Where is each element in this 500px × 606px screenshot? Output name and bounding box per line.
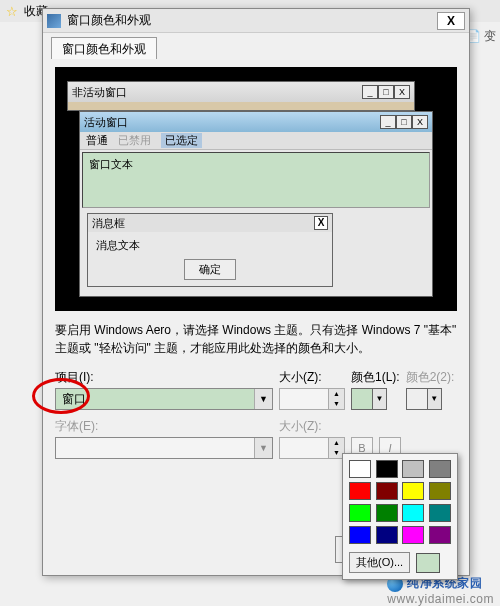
msgbox-ok-button: 确定	[184, 259, 236, 280]
menu-normal: 普通	[86, 133, 108, 148]
color-swatch[interactable]	[376, 504, 398, 522]
favorite-star-icon: ☆	[6, 4, 18, 19]
color-swatch[interactable]	[402, 482, 424, 500]
msgbox-text: 消息文本	[88, 232, 332, 255]
titlebar[interactable]: 窗口颜色和外观 X	[43, 9, 469, 33]
item-combo-value: 窗口	[62, 391, 86, 408]
color-swatch[interactable]	[429, 504, 451, 522]
close-icon: X	[394, 85, 410, 99]
close-icon: X	[314, 216, 328, 230]
color-swatch[interactable]	[376, 482, 398, 500]
color-swatch[interactable]	[429, 526, 451, 544]
window-icon	[47, 14, 61, 28]
preview-menubar[interactable]: 普通 已禁用 已选定	[80, 132, 432, 150]
color1-label: 颜色1(L):	[351, 369, 400, 386]
preview-inactive-window[interactable]: 非活动窗口 _ □ X	[67, 81, 415, 111]
color-swatch[interactable]	[429, 460, 451, 478]
preview-messagebox[interactable]: 消息框 X 消息文本 确定	[87, 213, 333, 287]
min-icon: _	[380, 115, 396, 129]
max-icon: □	[378, 85, 394, 99]
color-swatch[interactable]	[402, 526, 424, 544]
close-icon: X	[412, 115, 428, 129]
side-doc-icon: 📄 变	[466, 28, 496, 45]
color-swatch[interactable]	[376, 526, 398, 544]
color-palette-popup: 其他(O)...	[342, 453, 458, 580]
item-combo[interactable]: 窗口 ▼	[55, 388, 273, 410]
color-swatch[interactable]	[349, 504, 371, 522]
color2-label: 颜色2(2):	[406, 369, 455, 386]
font-label: 字体(E):	[55, 418, 273, 435]
close-button[interactable]: X	[437, 12, 465, 30]
color2-picker: ▼	[406, 388, 442, 410]
color-swatch[interactable]	[376, 460, 398, 478]
color-swatch[interactable]	[402, 460, 424, 478]
chevron-down-icon: ▼	[372, 389, 386, 409]
color1-picker[interactable]: ▼	[351, 388, 387, 410]
max-icon: □	[396, 115, 412, 129]
menu-disabled: 已禁用	[118, 133, 151, 148]
color-swatch[interactable]	[349, 460, 371, 478]
size-label: 大小(Z):	[279, 369, 345, 386]
active-window-title: 活动窗口	[84, 115, 128, 130]
color-swatch[interactable]	[349, 482, 371, 500]
preview-pane: 非活动窗口 _ □ X 活动窗口 _ □ X	[55, 67, 457, 311]
preview-client-area[interactable]: 窗口文本	[82, 152, 430, 208]
font-combo: ▼	[55, 437, 273, 459]
menu-selected: 已选定	[161, 133, 202, 148]
chevron-down-icon: ▼	[254, 438, 272, 458]
inactive-window-title: 非活动窗口	[72, 85, 127, 100]
current-color-swatch	[416, 553, 440, 573]
dialog-title: 窗口颜色和外观	[67, 12, 437, 29]
description-text: 要启用 Windows Aero，请选择 Windows 主题。只有选择 Win…	[55, 321, 457, 357]
other-colors-button[interactable]: 其他(O)...	[349, 552, 410, 573]
chevron-down-icon: ▼	[254, 389, 272, 409]
chevron-down-icon: ▼	[427, 389, 441, 409]
color-swatch[interactable]	[349, 526, 371, 544]
item-label: 项目(I):	[55, 369, 273, 386]
color-swatch[interactable]	[402, 504, 424, 522]
msgbox-title: 消息框	[92, 216, 125, 231]
window-text-label: 窗口文本	[89, 158, 133, 170]
size-spinner: ▲▼	[279, 388, 345, 410]
min-icon: _	[362, 85, 378, 99]
fontsize-spinner: ▲▼	[279, 437, 345, 459]
tab-appearance[interactable]: 窗口颜色和外观	[51, 37, 157, 59]
fontsize-label: 大小(Z):	[279, 418, 345, 435]
color-swatch[interactable]	[429, 482, 451, 500]
